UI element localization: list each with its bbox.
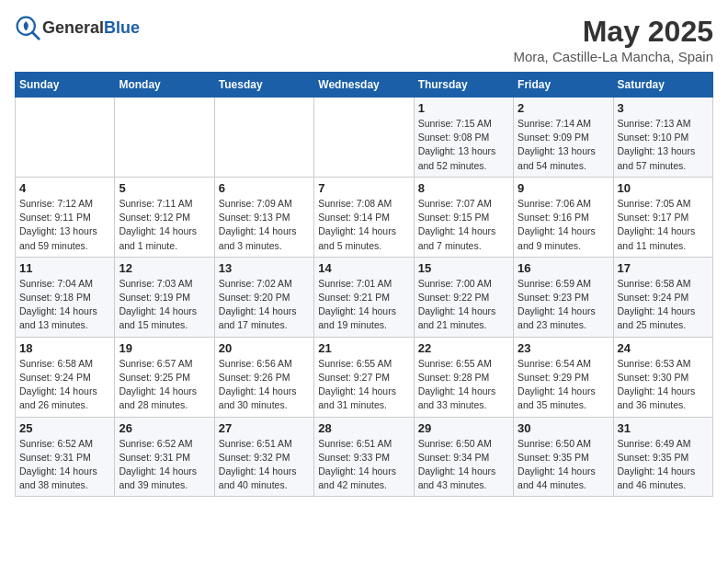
calendar-day-cell: 2Sunrise: 7:14 AM Sunset: 9:09 PM Daylig… xyxy=(514,98,613,178)
day-info: Sunrise: 6:49 AM Sunset: 9:35 PM Dayligh… xyxy=(618,437,709,493)
weekday-header-row: SundayMondayTuesdayWednesdayThursdayFrid… xyxy=(16,73,713,98)
logo-blue: Blue xyxy=(104,18,140,37)
day-info: Sunrise: 7:12 AM Sunset: 9:11 PM Dayligh… xyxy=(19,197,110,253)
calendar-day-cell: 23Sunrise: 6:54 AM Sunset: 9:29 PM Dayli… xyxy=(514,337,613,417)
calendar-day-cell: 3Sunrise: 7:13 AM Sunset: 9:10 PM Daylig… xyxy=(613,98,712,178)
calendar-day-cell: 28Sunrise: 6:51 AM Sunset: 9:33 PM Dayli… xyxy=(314,417,414,497)
day-info: Sunrise: 7:05 AM Sunset: 9:17 PM Dayligh… xyxy=(618,197,709,253)
day-number: 5 xyxy=(119,181,210,195)
calendar-day-cell: 13Sunrise: 7:02 AM Sunset: 9:20 PM Dayli… xyxy=(214,257,313,337)
day-info: Sunrise: 6:57 AM Sunset: 9:25 PM Dayligh… xyxy=(119,357,210,413)
calendar-day-cell: 4Sunrise: 7:12 AM Sunset: 9:11 PM Daylig… xyxy=(16,177,115,257)
day-info: Sunrise: 7:01 AM Sunset: 9:21 PM Dayligh… xyxy=(318,277,409,333)
weekday-header-cell: Sunday xyxy=(16,73,115,98)
day-info: Sunrise: 6:51 AM Sunset: 9:33 PM Dayligh… xyxy=(318,437,409,493)
day-info: Sunrise: 7:14 AM Sunset: 9:09 PM Dayligh… xyxy=(518,117,609,173)
calendar-day-cell xyxy=(214,98,313,178)
calendar-day-cell: 14Sunrise: 7:01 AM Sunset: 9:21 PM Dayli… xyxy=(314,257,414,337)
day-info: Sunrise: 6:55 AM Sunset: 9:28 PM Dayligh… xyxy=(418,357,509,413)
day-number: 10 xyxy=(618,181,709,195)
day-info: Sunrise: 6:50 AM Sunset: 9:35 PM Dayligh… xyxy=(518,437,609,493)
calendar-day-cell: 18Sunrise: 6:58 AM Sunset: 9:24 PM Dayli… xyxy=(16,337,115,417)
day-number: 11 xyxy=(19,261,110,275)
calendar-week-row: 11Sunrise: 7:04 AM Sunset: 9:18 PM Dayli… xyxy=(16,257,713,337)
day-info: Sunrise: 7:13 AM Sunset: 9:10 PM Dayligh… xyxy=(618,117,709,173)
day-number: 17 xyxy=(618,261,709,275)
day-info: Sunrise: 6:50 AM Sunset: 9:34 PM Dayligh… xyxy=(418,437,509,493)
calendar-day-cell: 22Sunrise: 6:55 AM Sunset: 9:28 PM Dayli… xyxy=(414,337,513,417)
calendar-day-cell: 8Sunrise: 7:07 AM Sunset: 9:15 PM Daylig… xyxy=(414,177,513,257)
calendar-day-cell: 9Sunrise: 7:06 AM Sunset: 9:16 PM Daylig… xyxy=(514,177,613,257)
calendar-day-cell xyxy=(16,98,115,178)
day-number: 6 xyxy=(219,181,310,195)
day-number: 22 xyxy=(418,341,509,355)
day-info: Sunrise: 6:59 AM Sunset: 9:23 PM Dayligh… xyxy=(518,277,609,333)
calendar-day-cell: 11Sunrise: 7:04 AM Sunset: 9:18 PM Dayli… xyxy=(16,257,115,337)
calendar-day-cell: 29Sunrise: 6:50 AM Sunset: 9:34 PM Dayli… xyxy=(414,417,513,497)
day-number: 15 xyxy=(418,261,509,275)
day-info: Sunrise: 7:15 AM Sunset: 9:08 PM Dayligh… xyxy=(418,117,509,173)
calendar-week-row: 18Sunrise: 6:58 AM Sunset: 9:24 PM Dayli… xyxy=(16,337,713,417)
calendar-day-cell: 24Sunrise: 6:53 AM Sunset: 9:30 PM Dayli… xyxy=(613,337,712,417)
day-number: 7 xyxy=(318,181,409,195)
day-number: 4 xyxy=(19,181,110,195)
header: GeneralBlue May 2025 Mora, Castille-La M… xyxy=(15,15,713,64)
day-info: Sunrise: 7:09 AM Sunset: 9:13 PM Dayligh… xyxy=(219,197,310,253)
day-info: Sunrise: 6:58 AM Sunset: 9:24 PM Dayligh… xyxy=(618,277,709,333)
day-number: 27 xyxy=(219,421,310,435)
day-number: 13 xyxy=(219,261,310,275)
day-info: Sunrise: 6:54 AM Sunset: 9:29 PM Dayligh… xyxy=(518,357,609,413)
calendar-day-cell: 21Sunrise: 6:55 AM Sunset: 9:27 PM Dayli… xyxy=(314,337,414,417)
day-info: Sunrise: 6:55 AM Sunset: 9:27 PM Dayligh… xyxy=(318,357,409,413)
day-number: 29 xyxy=(418,421,509,435)
day-info: Sunrise: 7:04 AM Sunset: 9:18 PM Dayligh… xyxy=(19,277,110,333)
day-info: Sunrise: 6:52 AM Sunset: 9:31 PM Dayligh… xyxy=(119,437,210,493)
calendar-day-cell: 20Sunrise: 6:56 AM Sunset: 9:26 PM Dayli… xyxy=(214,337,313,417)
weekday-header-cell: Thursday xyxy=(414,73,513,98)
day-number: 18 xyxy=(19,341,110,355)
calendar-day-cell: 10Sunrise: 7:05 AM Sunset: 9:17 PM Dayli… xyxy=(613,177,712,257)
subtitle: Mora, Castille-La Mancha, Spain xyxy=(513,49,713,64)
day-info: Sunrise: 7:06 AM Sunset: 9:16 PM Dayligh… xyxy=(518,197,609,253)
day-info: Sunrise: 7:00 AM Sunset: 9:22 PM Dayligh… xyxy=(418,277,509,333)
day-number: 2 xyxy=(518,101,609,115)
calendar-week-row: 4Sunrise: 7:12 AM Sunset: 9:11 PM Daylig… xyxy=(16,177,713,257)
day-info: Sunrise: 6:58 AM Sunset: 9:24 PM Dayligh… xyxy=(19,357,110,413)
day-number: 30 xyxy=(518,421,609,435)
weekday-header-cell: Saturday xyxy=(613,73,712,98)
calendar-day-cell xyxy=(314,98,414,178)
calendar-week-row: 25Sunrise: 6:52 AM Sunset: 9:31 PM Dayli… xyxy=(16,417,713,497)
main-title: May 2025 xyxy=(513,15,713,49)
weekday-header-cell: Tuesday xyxy=(214,73,313,98)
day-number: 25 xyxy=(19,421,110,435)
logo: GeneralBlue xyxy=(15,15,140,40)
day-number: 21 xyxy=(318,341,409,355)
day-info: Sunrise: 6:56 AM Sunset: 9:26 PM Dayligh… xyxy=(219,357,310,413)
day-number: 26 xyxy=(119,421,210,435)
day-number: 24 xyxy=(618,341,709,355)
calendar-day-cell: 5Sunrise: 7:11 AM Sunset: 9:12 PM Daylig… xyxy=(115,177,214,257)
day-number: 14 xyxy=(318,261,409,275)
day-info: Sunrise: 6:53 AM Sunset: 9:30 PM Dayligh… xyxy=(618,357,709,413)
day-number: 9 xyxy=(518,181,609,195)
calendar-day-cell: 30Sunrise: 6:50 AM Sunset: 9:35 PM Dayli… xyxy=(514,417,613,497)
day-info: Sunrise: 7:11 AM Sunset: 9:12 PM Dayligh… xyxy=(119,197,210,253)
day-info: Sunrise: 7:02 AM Sunset: 9:20 PM Dayligh… xyxy=(219,277,310,333)
day-number: 1 xyxy=(418,101,509,115)
calendar-day-cell: 17Sunrise: 6:58 AM Sunset: 9:24 PM Dayli… xyxy=(613,257,712,337)
day-info: Sunrise: 6:51 AM Sunset: 9:32 PM Dayligh… xyxy=(219,437,310,493)
calendar-body: 1Sunrise: 7:15 AM Sunset: 9:08 PM Daylig… xyxy=(16,98,713,497)
day-info: Sunrise: 6:52 AM Sunset: 9:31 PM Dayligh… xyxy=(19,437,110,493)
day-info: Sunrise: 7:08 AM Sunset: 9:14 PM Dayligh… xyxy=(318,197,409,253)
title-area: May 2025 Mora, Castille-La Mancha, Spain xyxy=(513,15,713,64)
day-number: 3 xyxy=(618,101,709,115)
weekday-header-cell: Monday xyxy=(115,73,214,98)
logo-general: General xyxy=(42,18,104,37)
calendar-day-cell: 31Sunrise: 6:49 AM Sunset: 9:35 PM Dayli… xyxy=(613,417,712,497)
calendar-day-cell: 26Sunrise: 6:52 AM Sunset: 9:31 PM Dayli… xyxy=(115,417,214,497)
day-number: 8 xyxy=(418,181,509,195)
calendar-day-cell: 12Sunrise: 7:03 AM Sunset: 9:19 PM Dayli… xyxy=(115,257,214,337)
calendar-day-cell: 1Sunrise: 7:15 AM Sunset: 9:08 PM Daylig… xyxy=(414,98,513,178)
calendar-day-cell xyxy=(115,98,214,178)
calendar-week-row: 1Sunrise: 7:15 AM Sunset: 9:08 PM Daylig… xyxy=(16,98,713,178)
